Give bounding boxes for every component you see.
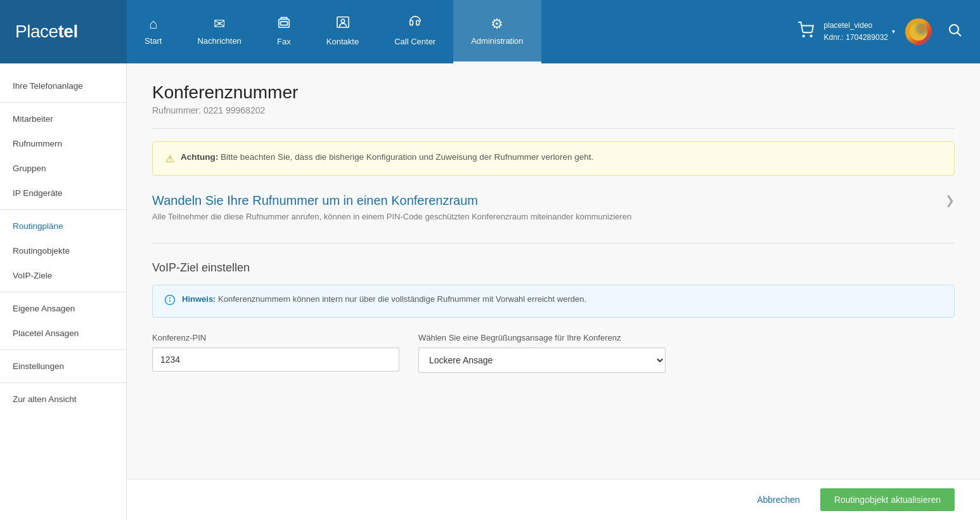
svg-point-8 <box>950 25 958 34</box>
logo-place: Place <box>15 22 58 41</box>
greeting-label: Wählen Sie eine Begrüßungsansage für Ihr… <box>418 333 666 342</box>
section-desc: Alle Teilnehmer die diese Rufnummer anru… <box>152 212 631 221</box>
sidebar-item-placetel-ansagen[interactable]: Placetel Ansagen <box>0 321 126 346</box>
header-right: placetel_video Kdnr.: 1704289032 ▾ <box>785 0 980 63</box>
sidebar-item-einstellungen[interactable]: Einstellungen <box>0 354 126 379</box>
warning-bold: Achtung: <box>181 152 218 162</box>
svg-rect-2 <box>337 17 348 28</box>
username: placetel_video <box>824 20 888 32</box>
sidebar: Ihre Telefonanlage Mitarbeiter Rufnummer… <box>0 63 127 520</box>
nav-label-start: Start <box>145 36 162 46</box>
hint-icon <box>164 294 176 308</box>
logo-tel: tel <box>58 22 78 41</box>
warning-box: ⚠ Achtung: Bitte beachten Sie, dass die … <box>152 141 955 176</box>
main-divider <box>152 128 955 129</box>
section-heading-group: Wandeln Sie Ihre Rufnummer um in einen K… <box>152 193 631 239</box>
fax-icon <box>277 15 291 33</box>
administration-icon: ⚙ <box>491 16 503 32</box>
sidebar-item-rufnummern[interactable]: Rufnummern <box>0 131 126 156</box>
pin-label: Konferenz-PIN <box>152 333 399 342</box>
save-button[interactable]: Routingobjekt aktualisieren <box>820 488 955 511</box>
svg-rect-1 <box>280 22 287 25</box>
cart-icon[interactable] <box>797 22 814 42</box>
main-nav: ⌂ Start ✉ Nachrichten Fax <box>127 0 785 63</box>
nav-label-nachrichten: Nachrichten <box>197 36 241 46</box>
chevron-down-icon: ▾ <box>892 27 895 37</box>
header: Placetel ⌂ Start ✉ Nachrichten Fax <box>0 0 980 63</box>
svg-point-5 <box>810 36 811 37</box>
callcenter-icon <box>408 15 422 33</box>
footer-actions: Abbrechen Routingobjekt aktualisieren <box>127 479 980 520</box>
sidebar-divider-3 <box>0 292 126 292</box>
home-icon: ⌂ <box>149 16 157 32</box>
sidebar-item-routingplaene[interactable]: Routingpläne <box>0 214 126 238</box>
hint-body: Konferenznummern können intern nur über … <box>218 294 586 304</box>
nav-item-administration[interactable]: ⚙ Administration <box>453 0 541 63</box>
svg-line-9 <box>958 33 962 37</box>
nav-label-administration: Administration <box>471 36 523 46</box>
pin-input[interactable] <box>152 348 399 372</box>
page-title: Konferenznummer <box>152 82 955 103</box>
warning-icon: ⚠ <box>165 153 174 165</box>
page-wrapper: Ihre Telefonanlage Mitarbeiter Rufnummer… <box>0 63 980 520</box>
sidebar-item-mitarbeiter[interactable]: Mitarbeiter <box>0 107 126 131</box>
pin-group: Konferenz-PIN <box>152 333 399 372</box>
sidebar-divider-4 <box>0 349 126 350</box>
nav-item-callcenter[interactable]: Call Center <box>377 0 453 63</box>
svg-point-7 <box>910 23 927 41</box>
nav-item-start[interactable]: ⌂ Start <box>127 0 179 63</box>
warning-text: Achtung: Bitte beachten Sie, dass die bi… <box>181 152 593 162</box>
hint-text: Hinweis: Konferenznummern können intern … <box>182 294 586 304</box>
sidebar-divider-1 <box>0 102 126 103</box>
svg-point-4 <box>803 36 804 37</box>
form-row: Konferenz-PIN Wählen Sie eine Begrüßungs… <box>152 333 955 373</box>
search-icon[interactable] <box>942 22 967 41</box>
user-info[interactable]: placetel_video Kdnr.: 1704289032 ▾ <box>824 20 895 44</box>
greeting-select[interactable]: Lockere Ansage Formelle Ansage Keine Ans… <box>418 348 666 373</box>
hint-box: Hinweis: Konferenznummern können intern … <box>152 285 955 318</box>
sidebar-item-voip-ziele[interactable]: VoIP-Ziele <box>0 263 126 288</box>
nav-label-kontakte: Kontakte <box>326 37 359 46</box>
cancel-button[interactable]: Abbrechen <box>749 490 808 510</box>
page-subtitle: Rufnummer: 0221 99968202 <box>152 105 955 115</box>
nav-label-callcenter: Call Center <box>394 37 435 46</box>
sidebar-item-routingobjekte[interactable]: Routingobjekte <box>0 238 126 263</box>
kdnr: Kdnr.: 1704289032 <box>824 32 888 44</box>
section-heading-row: Wandeln Sie Ihre Rufnummer um in einen K… <box>152 193 955 239</box>
section-divider <box>152 243 955 244</box>
messages-icon: ✉ <box>214 16 225 32</box>
sidebar-item-eigene-ansagen[interactable]: Eigene Ansagen <box>0 296 126 321</box>
nav-label-fax: Fax <box>277 37 291 46</box>
contacts-icon <box>336 15 350 33</box>
main-content: Konferenznummer Rufnummer: 0221 99968202… <box>127 63 980 520</box>
nav-item-kontakte[interactable]: Kontakte <box>309 0 377 63</box>
sidebar-item-ip-endgeraete[interactable]: IP Endgeräte <box>0 181 126 205</box>
nav-item-nachrichten[interactable]: ✉ Nachrichten <box>179 0 259 63</box>
sidebar-divider-5 <box>0 382 126 383</box>
warning-body: Bitte beachten Sie, dass die bisherige K… <box>221 152 593 162</box>
sidebar-divider-2 <box>0 209 126 210</box>
svg-point-3 <box>341 19 345 23</box>
nav-item-fax[interactable]: Fax <box>259 0 309 63</box>
logo[interactable]: Placetel <box>15 22 78 42</box>
greeting-group: Wählen Sie eine Begrüßungsansage für Ihr… <box>418 333 666 373</box>
sidebar-item-gruppen[interactable]: Gruppen <box>0 156 126 181</box>
avatar[interactable] <box>905 18 932 45</box>
hint-bold: Hinweis: <box>182 294 216 304</box>
voip-title: VoIP-Ziel einstellen <box>152 261 955 275</box>
sidebar-item-alte-ansicht[interactable]: Zur alten Ansicht <box>0 387 126 412</box>
sidebar-item-telefonanlage[interactable]: Ihre Telefonanlage <box>0 74 126 98</box>
section-collapse-icon[interactable]: ❯ <box>945 193 955 207</box>
section-heading: Wandeln Sie Ihre Rufnummer um in einen K… <box>152 193 631 208</box>
logo-area: Placetel <box>0 0 127 63</box>
